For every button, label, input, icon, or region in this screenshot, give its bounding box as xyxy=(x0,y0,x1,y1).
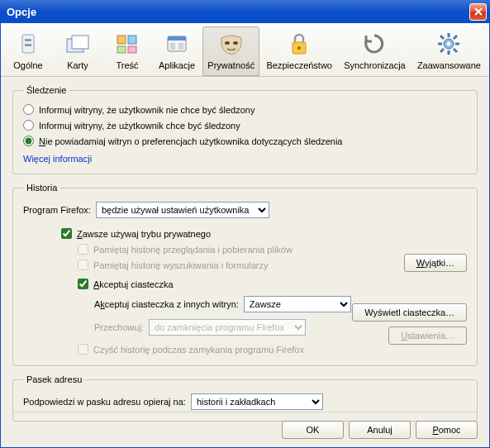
svg-point-16 xyxy=(297,46,301,50)
third-party-select[interactable]: Zawsze xyxy=(244,296,351,312)
tab-label: Karty xyxy=(67,60,88,70)
tab-label: Aplikacje xyxy=(159,60,195,70)
radio-do-track[interactable]: Informuj witryny, że użytkownik chce być… xyxy=(23,117,467,133)
check-always-private-input[interactable] xyxy=(61,228,72,239)
show-cookies-button[interactable]: Wyświetl ciasteczka… xyxy=(352,303,467,322)
svg-rect-11 xyxy=(170,43,175,50)
locationbar-legend: Pasek adresu xyxy=(23,374,85,384)
tab-label: Synchronizacja xyxy=(344,60,406,70)
close-button[interactable] xyxy=(469,3,487,21)
svg-rect-4 xyxy=(72,36,88,49)
keep-until-label: Przechowuj: xyxy=(94,322,144,332)
radio-do-track-input[interactable] xyxy=(23,120,34,131)
tab-tabs[interactable]: Karty xyxy=(54,26,102,76)
check-clear-on-close-input xyxy=(78,344,88,355)
slider-icon xyxy=(15,31,41,57)
svg-rect-8 xyxy=(128,46,136,53)
check-label: Pamiętaj historię przeglądania i pobiera… xyxy=(93,245,293,255)
svg-rect-2 xyxy=(25,44,31,46)
tab-privacy[interactable]: Prywatność xyxy=(202,26,259,76)
radio-no-inform[interactable]: Nie powiadamiaj witryn o preferencjach u… xyxy=(23,133,467,149)
svg-rect-7 xyxy=(117,46,126,53)
suggest-select[interactable]: historii i zakładkach xyxy=(191,393,323,410)
exceptions-button[interactable]: Wyjątki… xyxy=(404,254,467,272)
tabs-icon xyxy=(64,31,91,57)
mask-icon xyxy=(218,31,245,57)
check-label: Akceptuj ciasteczka xyxy=(93,279,174,289)
radio-do-not-track-input[interactable] xyxy=(23,104,34,115)
check-always-private[interactable]: Zawsze używaj trybu prywatnego xyxy=(61,226,467,241)
check-label: Czyść historię podczas zamykania program… xyxy=(93,345,304,355)
toolbar: Ogólne Karty Treść Aplikacje Prywatność xyxy=(1,23,489,77)
content-icon xyxy=(114,31,140,57)
svg-point-14 xyxy=(233,41,238,45)
button-label: Ustawienia… xyxy=(401,331,454,341)
svg-line-22 xyxy=(440,36,444,39)
radio-label: Informuj witryny, że użytkownik chce być… xyxy=(39,121,240,131)
tab-content[interactable]: Treść xyxy=(103,26,151,76)
svg-line-24 xyxy=(454,36,457,39)
svg-line-25 xyxy=(440,49,444,52)
radio-no-inform-input[interactable] xyxy=(23,136,34,146)
svg-rect-12 xyxy=(178,43,183,50)
svg-line-23 xyxy=(454,49,457,52)
svg-rect-5 xyxy=(117,36,126,44)
lock-icon xyxy=(286,31,312,57)
help-button[interactable]: Pomoc xyxy=(416,421,478,439)
ok-button[interactable]: OK xyxy=(282,421,344,439)
suggest-label: Podpowiedzi w pasku adresu opieraj na: xyxy=(23,397,186,407)
radio-label: Informuj witryny, że użytkownik nie chce… xyxy=(39,105,255,115)
history-group: Historia Program Firefox: będzie używał … xyxy=(12,183,478,366)
cancel-button[interactable]: Anuluj xyxy=(349,421,411,439)
svg-rect-1 xyxy=(25,39,31,41)
svg-point-26 xyxy=(447,42,451,46)
settings-button: Ustawienia… xyxy=(388,326,467,345)
check-remember-browsing-input xyxy=(78,244,88,255)
svg-rect-6 xyxy=(128,36,136,44)
check-remember-search-input xyxy=(78,260,88,270)
third-party-label: Akceptuj ciasteczka z innych witryn: xyxy=(94,299,239,309)
more-info-link[interactable]: Więcej informacji xyxy=(23,149,92,165)
tab-advanced[interactable]: Zaawansowane xyxy=(412,26,486,76)
sync-icon xyxy=(361,31,388,57)
apps-icon xyxy=(164,31,190,57)
check-accept-cookies-input[interactable] xyxy=(78,279,88,289)
tab-applications[interactable]: Aplikacje xyxy=(153,26,201,76)
tab-label: Bezpieczeństwo xyxy=(267,60,333,70)
keep-until-select: do zamknięcia programu Firefox xyxy=(149,319,306,336)
tab-general[interactable]: Ogólne xyxy=(4,26,52,76)
svg-point-13 xyxy=(225,41,230,45)
tracking-legend: Śledzenie xyxy=(23,85,69,95)
tab-label: Ogólne xyxy=(13,60,42,70)
tab-label: Prywatność xyxy=(207,60,255,70)
program-label: Program Firefox: xyxy=(23,205,91,215)
close-icon xyxy=(474,7,483,16)
gear-icon xyxy=(435,31,462,57)
radio-do-not-track[interactable]: Informuj witryny, że użytkownik nie chce… xyxy=(23,102,467,117)
check-label: Pamiętaj historię wyszukiwania i formula… xyxy=(93,260,269,270)
history-legend: Historia xyxy=(23,183,60,193)
tracking-group: Śledzenie Informuj witryny, że użytkowni… xyxy=(12,85,478,174)
radio-label: Nie powiadamiaj witryn o preferencjach u… xyxy=(39,136,342,146)
tab-sync[interactable]: Synchronizacja xyxy=(339,26,411,76)
history-mode-select[interactable]: będzie używał ustawień użytkownika xyxy=(96,202,269,218)
window-title: Opcje xyxy=(7,6,36,18)
check-label: Zawsze używaj trybu prywatnego xyxy=(77,229,211,239)
tab-label: Treść xyxy=(116,60,138,70)
svg-rect-10 xyxy=(168,36,186,41)
tab-security[interactable]: Bezpieczeństwo xyxy=(261,26,337,76)
tab-label: Zaawansowane xyxy=(417,60,481,70)
button-label: Wyjątki… xyxy=(416,258,454,268)
